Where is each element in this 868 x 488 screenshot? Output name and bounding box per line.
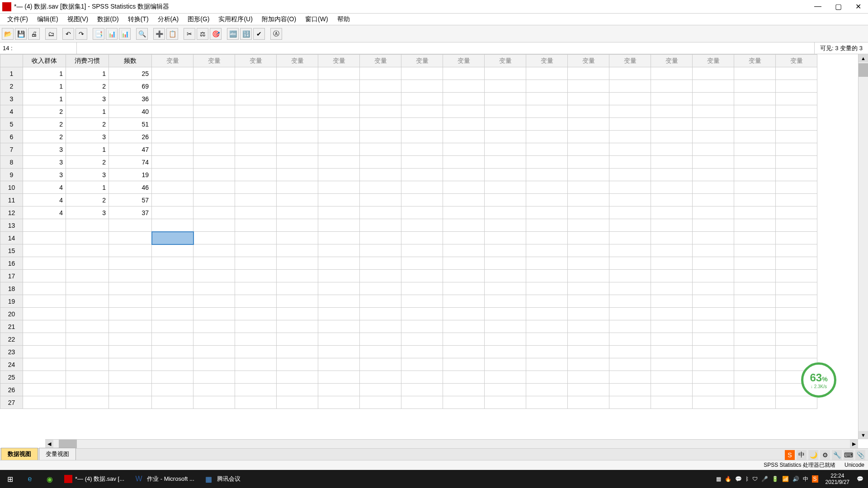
cell[interactable]: 3 <box>66 131 109 143</box>
cell-empty[interactable] <box>443 384 485 396</box>
row-header[interactable]: 13 <box>0 219 23 232</box>
menu-analyze[interactable]: 分析(A) <box>153 14 184 24</box>
cell-empty[interactable] <box>235 244 277 257</box>
taskbar-word[interactable]: W作业 - Microsoft ... <box>129 470 199 488</box>
tray-tool1-icon[interactable]: ⚙ <box>820 450 830 460</box>
cell-empty[interactable] <box>109 320 152 333</box>
cell-empty[interactable] <box>193 93 235 105</box>
row-header[interactable]: 6 <box>0 131 23 143</box>
cell-empty[interactable] <box>401 232 443 244</box>
cell-empty[interactable] <box>693 181 734 194</box>
cell-empty[interactable] <box>360 131 401 143</box>
cell-empty[interactable] <box>609 346 651 358</box>
cell-empty[interactable] <box>360 346 401 358</box>
cell[interactable]: 3 <box>23 169 66 181</box>
cell-empty[interactable] <box>277 181 318 194</box>
cell-empty[interactable] <box>23 295 66 308</box>
cell[interactable]: 3 <box>66 93 109 105</box>
row-header[interactable]: 3 <box>0 93 23 105</box>
goto-case-icon[interactable]: 📑 <box>93 28 104 40</box>
cell-empty[interactable] <box>109 295 152 308</box>
print-icon[interactable]: 🖨 <box>28 28 40 40</box>
cell-empty[interactable] <box>66 371 109 384</box>
cell-empty[interactable] <box>651 169 693 181</box>
cell-empty[interactable] <box>66 308 109 320</box>
cell-empty[interactable] <box>193 257 235 270</box>
cell-empty[interactable] <box>651 194 693 206</box>
cell-empty[interactable] <box>693 257 734 270</box>
cell-empty[interactable] <box>443 358 485 371</box>
cell-empty[interactable] <box>443 320 485 333</box>
cell-empty[interactable] <box>693 346 734 358</box>
cell-empty[interactable] <box>235 270 277 282</box>
cell-empty[interactable] <box>152 346 193 358</box>
cell-empty[interactable] <box>401 333 443 346</box>
cell-empty[interactable] <box>485 358 526 371</box>
cell-empty[interactable] <box>235 371 277 384</box>
cell-empty[interactable] <box>360 169 401 181</box>
cell-empty[interactable] <box>734 93 776 105</box>
cell-empty[interactable] <box>235 67 277 80</box>
cell-empty[interactable] <box>66 232 109 244</box>
cell-empty[interactable] <box>235 181 277 194</box>
cell-empty[interactable] <box>318 384 360 396</box>
menu-view[interactable]: 视图(V) <box>63 14 93 24</box>
cell-empty[interactable] <box>277 396 318 409</box>
cell[interactable]: 2 <box>23 118 66 131</box>
cell[interactable]: 4 <box>23 206 66 219</box>
cell-empty[interactable] <box>526 105 568 118</box>
menu-file[interactable]: 文件(F) <box>3 14 33 24</box>
row-header[interactable]: 26 <box>0 384 23 396</box>
cell-empty[interactable] <box>235 131 277 143</box>
cell-empty[interactable] <box>526 118 568 131</box>
cell-empty[interactable] <box>734 270 776 282</box>
cell-empty[interactable] <box>568 358 609 371</box>
col-header-empty[interactable]: 变量 <box>235 55 277 67</box>
cell-empty[interactable] <box>609 169 651 181</box>
vscroll-thumb[interactable] <box>859 63 868 77</box>
cell-empty[interactable] <box>23 358 66 371</box>
cell-empty[interactable] <box>651 206 693 219</box>
cell-empty[interactable] <box>360 105 401 118</box>
menu-utilities[interactable]: 实用程序(U) <box>214 14 257 24</box>
menu-addons[interactable]: 附加内容(O) <box>257 14 301 24</box>
cell-empty[interactable] <box>568 67 609 80</box>
cell-empty[interactable] <box>776 143 817 156</box>
cell-empty[interactable] <box>651 93 693 105</box>
cell-empty[interactable] <box>152 194 193 206</box>
minimize-button[interactable]: — <box>814 2 821 11</box>
cell-empty[interactable] <box>360 156 401 169</box>
ime-indicator-icon[interactable]: S <box>785 450 795 460</box>
cell-empty[interactable] <box>23 384 66 396</box>
undo-icon[interactable]: ↶ <box>62 28 74 40</box>
cell-empty[interactable] <box>693 131 734 143</box>
cell-empty[interactable] <box>651 358 693 371</box>
tray-wifi-icon[interactable]: 📶 <box>782 476 789 482</box>
cell-empty[interactable] <box>526 270 568 282</box>
cell-empty[interactable] <box>360 384 401 396</box>
row-header[interactable]: 12 <box>0 206 23 219</box>
cell-empty[interactable] <box>401 320 443 333</box>
cell[interactable]: 74 <box>109 156 152 169</box>
cell-empty[interactable] <box>526 181 568 194</box>
cell-empty[interactable] <box>776 308 817 320</box>
cell-empty[interactable] <box>568 320 609 333</box>
cell-empty[interactable] <box>193 169 235 181</box>
cell[interactable]: 2 <box>66 118 109 131</box>
cell-empty[interactable] <box>651 371 693 384</box>
cell-empty[interactable] <box>776 80 817 93</box>
tray-bluetooth-icon[interactable]: ᛒ <box>745 476 749 482</box>
cell-empty[interactable] <box>66 333 109 346</box>
cell-empty[interactable] <box>360 181 401 194</box>
cell-empty[interactable] <box>277 295 318 308</box>
cell-empty[interactable] <box>443 396 485 409</box>
cell-empty[interactable] <box>401 371 443 384</box>
cell-empty[interactable] <box>235 118 277 131</box>
col-header-empty[interactable]: 变量 <box>401 55 443 67</box>
cell-empty[interactable] <box>152 143 193 156</box>
tray-security-icon[interactable]: 🛡 <box>752 476 758 482</box>
cell-empty[interactable] <box>193 396 235 409</box>
cell-empty[interactable] <box>526 143 568 156</box>
cell-empty[interactable] <box>693 232 734 244</box>
cell-empty[interactable] <box>235 206 277 219</box>
